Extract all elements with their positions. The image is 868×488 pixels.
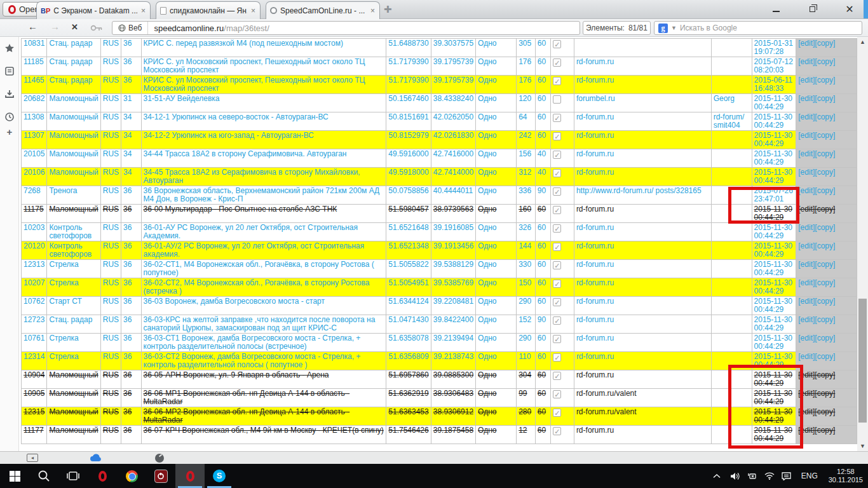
edit-link[interactable]: [edit] <box>798 131 815 140</box>
cell-id-link[interactable]: 11308 <box>22 112 47 131</box>
checkbox-checked-icon[interactable]: ✓ <box>553 390 561 398</box>
window-minimize-button[interactable] <box>773 3 780 15</box>
copy-link[interactable]: [copy] <box>815 241 835 250</box>
copy-link[interactable]: [copy] <box>815 94 835 103</box>
address-bar[interactable]: Веб speedcamonline.ru/map/36test/ <box>112 21 580 35</box>
copy-link[interactable]: [copy] <box>815 407 835 416</box>
downloads-icon[interactable] <box>4 89 15 99</box>
cell-id-link[interactable]: 10904 <box>22 370 47 389</box>
cell-verified-checkbox[interactable]: ✓ <box>551 315 574 334</box>
stop-button-icon[interactable]: ✕ <box>71 22 78 32</box>
web-badge[interactable]: Веб <box>112 22 148 34</box>
copy-link[interactable]: [copy] <box>815 334 835 342</box>
checkbox-checked-icon[interactable]: ✓ <box>553 58 561 67</box>
edit-link[interactable]: [edit] <box>798 297 815 306</box>
copy-link[interactable]: [copy] <box>815 168 835 177</box>
cell-id-link[interactable]: 12314 <box>22 352 47 370</box>
new-tab-button[interactable]: ✚ <box>384 4 392 15</box>
task-view-button[interactable] <box>58 464 88 488</box>
checkbox-checked-icon[interactable]: ✓ <box>553 372 561 380</box>
cell-verified-checkbox[interactable]: ✓ <box>551 131 574 149</box>
scroll-up-icon[interactable]: ▲ <box>857 37 868 47</box>
edit-link[interactable]: [edit] <box>798 186 815 195</box>
cell-verified-checkbox[interactable]: ✓ <box>551 186 574 205</box>
checkbox-checked-icon[interactable]: ✓ <box>553 151 561 159</box>
cell-id-link[interactable]: 10203 <box>22 223 47 241</box>
checkbox-checked-icon[interactable]: ✓ <box>553 427 561 435</box>
taskbar-opera-active-button[interactable] <box>175 464 205 488</box>
cell-verified-checkbox[interactable]: ✓ <box>551 223 574 241</box>
taskbar-recorder-button[interactable] <box>146 464 175 488</box>
checkbox-checked-icon[interactable]: ✓ <box>553 169 561 177</box>
notes-icon[interactable] <box>4 66 15 76</box>
usb-eject-icon[interactable] <box>747 473 759 480</box>
copy-link[interactable]: [copy] <box>815 57 835 66</box>
edit-link[interactable]: [edit] <box>798 352 815 361</box>
cell-id-link[interactable]: 11175 <box>22 205 47 223</box>
copy-link[interactable]: [copy] <box>815 205 835 214</box>
checkbox-checked-icon[interactable]: ✓ <box>553 224 561 233</box>
checkbox-checked-icon[interactable]: ✓ <box>553 261 561 269</box>
copy-link[interactable]: [copy] <box>815 223 835 232</box>
checkbox-checked-icon[interactable]: ✓ <box>553 335 561 343</box>
sync-cloud-icon[interactable] <box>89 453 103 463</box>
edit-link[interactable]: [edit] <box>798 260 815 269</box>
edit-link[interactable]: [edit] <box>798 76 815 85</box>
copy-link[interactable]: [copy] <box>815 131 835 140</box>
forward-button-icon[interactable]: → <box>50 21 60 32</box>
cell-id-link[interactable]: 10761 <box>22 334 47 352</box>
url-text[interactable]: speedcamonline.ru/map/36test/ <box>148 24 269 33</box>
cell-id-link[interactable]: 10831 <box>22 39 47 57</box>
cell-id-link[interactable]: 20682 <box>22 94 47 112</box>
cell-verified-checkbox[interactable]: ✓ <box>551 278 574 297</box>
tab-close-icon[interactable]: × <box>370 6 376 15</box>
cell-verified-checkbox[interactable] <box>551 94 574 112</box>
cell-verified-checkbox[interactable]: ✓ <box>551 426 574 444</box>
cell-id-link[interactable]: 11307 <box>22 131 47 149</box>
cell-verified-checkbox[interactable]: ✓ <box>551 57 574 76</box>
wifi-icon[interactable] <box>764 472 776 480</box>
search-engine-dropdown-icon[interactable]: ▼ <box>671 25 677 31</box>
cell-verified-checkbox[interactable]: ✓ <box>551 352 574 370</box>
volume-icon[interactable] <box>730 472 742 480</box>
checkbox-checked-icon[interactable]: ✓ <box>553 187 561 196</box>
bookmarks-star-icon[interactable] <box>4 43 15 53</box>
checkbox-checked-icon[interactable]: ✓ <box>553 298 561 306</box>
checkbox-checked-icon[interactable]: ✓ <box>553 280 561 288</box>
checkbox-checked-icon[interactable]: ✓ <box>553 206 561 214</box>
edit-link[interactable]: [edit] <box>798 149 815 158</box>
edit-link[interactable]: [edit] <box>798 334 815 342</box>
edit-link[interactable]: [edit] <box>798 39 815 48</box>
copy-link[interactable]: [copy] <box>815 39 835 48</box>
cell-id-link[interactable]: 20120 <box>22 241 47 260</box>
taskbar-chrome-button[interactable] <box>117 464 146 488</box>
cell-id-link[interactable]: 10905 <box>22 389 47 407</box>
copy-link[interactable]: [copy] <box>815 112 835 121</box>
cell-verified-checkbox[interactable]: ✓ <box>551 334 574 352</box>
cell-id-link[interactable]: 12723 <box>22 315 47 334</box>
checkbox-checked-icon[interactable]: ✓ <box>553 409 561 417</box>
page-scrollbar[interactable]: ▲ ▼ <box>857 37 868 451</box>
window-close-button[interactable]: ✕ <box>845 3 854 15</box>
cell-verified-checkbox[interactable]: ✓ <box>551 407 574 426</box>
edit-link[interactable]: [edit] <box>798 94 815 103</box>
copy-link[interactable]: [copy] <box>815 315 835 324</box>
copy-link[interactable]: [copy] <box>815 149 835 158</box>
cell-verified-checkbox[interactable]: ✓ <box>551 112 574 131</box>
cell-id-link[interactable]: 20106 <box>22 168 47 186</box>
history-clock-icon[interactable] <box>4 112 15 122</box>
copy-link[interactable]: [copy] <box>815 76 835 85</box>
checkbox-checked-icon[interactable]: ✓ <box>553 353 561 362</box>
copy-link[interactable]: [copy] <box>815 352 835 361</box>
tab-speedcamonline[interactable]: SpeedCamOnLine.ru - ... × <box>266 1 380 19</box>
checkbox-checked-icon[interactable]: ✓ <box>553 316 561 325</box>
tab-close-icon[interactable]: × <box>140 6 146 15</box>
cell-verified-checkbox[interactable]: ✓ <box>551 297 574 315</box>
cell-verified-checkbox[interactable]: ✓ <box>551 260 574 278</box>
copy-link[interactable]: [copy] <box>815 260 835 269</box>
edit-link[interactable]: [edit] <box>798 278 815 287</box>
sidebar-toggle-icon[interactable]: ◂ <box>27 454 38 462</box>
cell-id-link[interactable]: 11465 <box>22 76 47 94</box>
edit-link[interactable]: [edit] <box>798 205 815 214</box>
cell-verified-checkbox[interactable]: ✓ <box>551 370 574 389</box>
